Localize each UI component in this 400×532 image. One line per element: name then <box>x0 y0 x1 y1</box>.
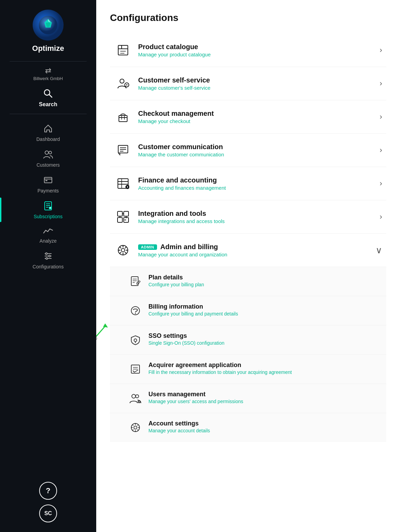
svg-point-72 <box>96 337 97 340</box>
svg-rect-50 <box>118 218 122 222</box>
search-button[interactable]: Search <box>39 88 57 108</box>
checkout-management-arrow: › <box>380 112 382 121</box>
admin-sub-items: Plan details Configure your billing plan… <box>110 267 386 442</box>
checkout-management-text: Checkout management Manage your checkout <box>138 110 376 124</box>
checkout-management-subtitle: Manage your checkout <box>138 118 376 124</box>
customers-icon <box>43 149 53 162</box>
billing-information-icon-wrap <box>128 303 143 318</box>
sub-item-plan-details[interactable]: Plan details Configure your billing plan <box>110 267 386 296</box>
configurations-icon <box>43 251 53 263</box>
sub-item-acquirer-agreement[interactable]: Acquirer agreement application Fill in t… <box>110 355 386 384</box>
svg-point-23 <box>46 258 48 259</box>
user-avatar-button[interactable]: SC <box>39 505 57 522</box>
svg-rect-33 <box>119 115 127 122</box>
main-content: Configurations Product catalogue Manage … <box>96 0 400 532</box>
plan-details-title: Plan details <box>148 274 382 281</box>
sso-settings-text: SSO settings Single Sign-On (SSO) config… <box>148 332 382 346</box>
app-name: Optimize <box>32 44 64 53</box>
finance-accounting-arrow: › <box>380 179 382 188</box>
svg-point-75 <box>134 339 137 342</box>
analyze-icon <box>43 227 53 237</box>
svg-line-91 <box>133 425 134 426</box>
config-item-admin-billing[interactable]: ADMIN Admin and billing Manage your acco… <box>110 234 386 267</box>
switch-icon: ⇄ <box>45 66 51 75</box>
search-label: Search <box>39 101 57 108</box>
finance-accounting-text: Finance and accounting Accounting and fi… <box>138 176 376 191</box>
svg-rect-37 <box>118 145 128 153</box>
plan-details-icon-wrap <box>128 274 143 289</box>
finance-accounting-icon-wrap <box>114 175 132 192</box>
customer-communication-icon-wrap <box>114 141 132 159</box>
sub-item-billing-information[interactable]: Billing information Configure your billi… <box>110 296 386 325</box>
svg-line-64 <box>125 247 127 248</box>
sidebar: Optimize ⇄ Billwerk GmbH Search Dashboar… <box>0 0 96 532</box>
svg-point-81 <box>136 395 139 398</box>
integration-tools-title: Integration and tools <box>138 210 376 218</box>
customer-communication-arrow: › <box>380 146 382 155</box>
sub-item-users-management[interactable]: Users management Manage your users' acce… <box>110 384 386 413</box>
svg-marker-74 <box>103 323 108 328</box>
svg-point-6 <box>45 151 48 154</box>
users-management-text: Users management Manage your users' acce… <box>148 391 382 404</box>
product-catalogue-title: Product catalogue <box>138 43 376 51</box>
config-item-finance-accounting[interactable]: Finance and accounting Accounting and fi… <box>110 167 386 200</box>
sidebar-item-configurations[interactable]: Configurations <box>0 248 96 272</box>
svg-point-7 <box>49 151 52 154</box>
svg-point-80 <box>132 395 136 398</box>
sidebar-item-analyze[interactable]: Analyze <box>0 223 96 246</box>
account-settings-text: Account settings Manage your account det… <box>148 420 382 433</box>
help-button[interactable]: ? <box>39 482 57 500</box>
config-item-customer-communication[interactable]: Customer communication Manage the custom… <box>110 134 386 167</box>
config-item-checkout-management[interactable]: Checkout management Manage your checkout… <box>110 100 386 134</box>
sso-settings-subtitle: Single Sign-On (SSO) configuration <box>148 340 382 346</box>
svg-point-29 <box>120 79 124 83</box>
admin-billing-title: ADMIN Admin and billing <box>138 243 371 251</box>
sidebar-item-payments[interactable]: Payments <box>0 172 96 196</box>
billing-information-title: Billing information <box>148 303 382 310</box>
plan-details-subtitle: Configure your billing plan <box>148 282 382 287</box>
sidebar-item-subscriptions[interactable]: Subscriptions <box>0 198 96 222</box>
customer-self-service-text: Customer self-service Manage customer's … <box>138 76 376 91</box>
config-item-customer-self-service[interactable]: Customer self-service Manage customer's … <box>110 67 386 100</box>
admin-badge: ADMIN <box>138 244 157 250</box>
customer-communication-text: Customer communication Manage the custom… <box>138 143 376 157</box>
sidebar-nav: Dashboard Customers Payme <box>0 120 96 472</box>
svg-point-57 <box>121 248 125 252</box>
svg-point-86 <box>134 426 137 429</box>
admin-billing-arrow: ∨ <box>376 245 382 256</box>
admin-billing-subtitle: Manage your account and organization <box>138 252 371 257</box>
sub-item-sso-settings[interactable]: SSO settings Single Sign-On (SSO) config… <box>110 325 386 355</box>
sidebar-item-label-payments: Payments <box>37 188 59 193</box>
sidebar-item-label-customers: Customers <box>36 162 60 168</box>
acquirer-agreement-text: Acquirer agreement application Fill in t… <box>148 362 382 375</box>
sidebar-item-customers[interactable]: Customers <box>0 146 96 170</box>
svg-point-71 <box>135 313 136 314</box>
payments-icon <box>43 175 53 187</box>
svg-rect-8 <box>44 177 52 183</box>
config-item-product-catalogue[interactable]: Product catalogue Manage your product ca… <box>110 34 386 67</box>
svg-line-63 <box>125 252 127 254</box>
sso-settings-title: SSO settings <box>148 332 382 340</box>
svg-rect-48 <box>118 211 122 216</box>
finance-accounting-title: Finance and accounting <box>138 176 376 184</box>
integration-tools-text: Integration and tools Manage integration… <box>138 210 376 224</box>
svg-line-65 <box>120 252 121 254</box>
product-catalogue-subtitle: Manage your product catalogue <box>138 52 376 57</box>
page-title: Configurations <box>110 12 386 23</box>
sidebar-item-label-dashboard: Dashboard <box>36 136 60 142</box>
svg-rect-49 <box>124 211 129 216</box>
sub-item-account-settings[interactable]: Account settings Manage your account det… <box>110 413 386 442</box>
customer-self-service-title: Customer self-service <box>138 76 376 84</box>
integration-tools-icon-wrap <box>114 208 132 226</box>
sidebar-item-dashboard[interactable]: Dashboard <box>0 120 96 145</box>
subscriptions-icon <box>44 201 53 213</box>
config-item-integration-tools[interactable]: Integration and tools Manage integration… <box>110 200 386 234</box>
svg-point-22 <box>49 255 51 257</box>
sidebar-item-label-configurations: Configurations <box>33 264 64 269</box>
checkout-management-icon-wrap <box>114 108 132 126</box>
company-switcher[interactable]: ⇄ Billwerk GmbH <box>33 66 63 82</box>
account-settings-subtitle: Manage your account details <box>148 428 382 433</box>
customer-self-service-subtitle: Manage customer's self-service <box>138 85 376 91</box>
search-icon <box>43 88 54 101</box>
svg-rect-24 <box>118 45 128 55</box>
